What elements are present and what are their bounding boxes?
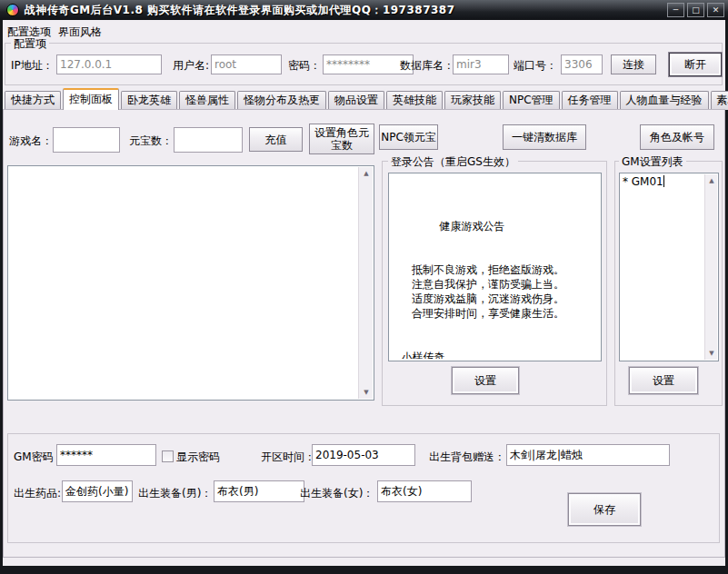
gm-list-set-button[interactable]: 设置: [629, 367, 698, 394]
scroll-down-icon[interactable]: ▼: [705, 347, 718, 360]
npc-yuanbao-button[interactable]: NPC领元宝: [379, 124, 438, 150]
announcement-textarea[interactable]: 健康游戏公告 抵制不良游戏，拒绝盗版游戏。 注意自我保护，谨防受骗上当。 适度游…: [388, 173, 602, 361]
username-input[interactable]: [211, 54, 282, 74]
log-scrollbar[interactable]: ▲ ▼: [358, 167, 373, 399]
yuanbao-label: 元宝数：: [129, 134, 173, 149]
gm-list-text: * GM01: [623, 175, 663, 188]
save-button[interactable]: 保存: [568, 493, 641, 526]
connect-button[interactable]: 连接: [611, 54, 656, 74]
birth-equip-male-input[interactable]: [214, 480, 304, 502]
maximize-button[interactable]: □: [687, 3, 704, 17]
announcement-group-label: 登录公告（重启GS生效）: [388, 154, 518, 170]
scroll-down-icon[interactable]: ▼: [359, 386, 374, 399]
port-label: 端口号：: [514, 58, 557, 74]
open-time-input[interactable]: [312, 444, 415, 466]
text-caret: [663, 175, 664, 187]
tab-material-update[interactable]: 素材热更: [711, 91, 728, 110]
birth-equip-female-input[interactable]: [377, 480, 472, 502]
game-name-input[interactable]: [53, 127, 120, 153]
port-input[interactable]: [561, 54, 603, 74]
scroll-up-icon[interactable]: ▲: [359, 167, 374, 180]
birth-bag-label: 出生背包赠送：: [429, 450, 505, 465]
database-input[interactable]: [453, 54, 509, 74]
tab-strip: 快捷方式 控制面板 卧龙英雄 怪兽属性 怪物分布及热更 物品设置 英雄技能 玩家…: [3, 88, 725, 110]
password-label: 密码：: [288, 58, 321, 74]
app-icon: [6, 4, 19, 16]
birth-equip-male-label: 出生装备(男)：: [138, 486, 212, 501]
tab-monster-attributes[interactable]: 怪兽属性: [179, 91, 235, 110]
birth-drug-input[interactable]: [62, 480, 133, 502]
set-role-yuanbao-button[interactable]: 设置角色元宝数: [309, 124, 374, 154]
tab-player-skills[interactable]: 玩家技能: [444, 91, 501, 110]
app-window: 战神传奇GM后台V1.8 购买软件请在软件登录界面购买或加代理QQ：197387…: [0, 0, 728, 574]
username-label: 用户名:: [173, 58, 209, 74]
log-textarea[interactable]: ▲ ▼: [7, 165, 374, 401]
gm-list-group-label: GM设置列表: [619, 154, 686, 170]
ip-label: IP地址：: [11, 58, 54, 74]
yuanbao-input[interactable]: [174, 127, 243, 153]
tab-item-settings[interactable]: 物品设置: [328, 91, 384, 110]
scroll-up-icon[interactable]: ▲: [705, 174, 718, 187]
window-title: 战神传奇GM后台V1.8 购买软件请在软件登录界面购买或加代理QQ：197387…: [25, 3, 455, 18]
tab-control-panel[interactable]: 控制面板: [63, 88, 119, 110]
database-label: 数据库名：: [400, 58, 454, 74]
open-time-label: 开区时间：: [261, 450, 315, 465]
tab-wolong-hero[interactable]: 卧龙英雄: [121, 91, 177, 110]
birth-bag-input[interactable]: [506, 444, 670, 466]
gm-list-textarea[interactable]: * GM01 ▲ ▼: [619, 173, 719, 361]
menu-ui-style[interactable]: 界面风格: [55, 25, 105, 40]
close-button[interactable]: ✕: [707, 3, 724, 17]
tab-hp-exp[interactable]: 人物血量与经验: [620, 91, 709, 110]
tab-npc-management[interactable]: NPC管理: [503, 91, 560, 110]
gm-list-scrollbar[interactable]: ▲ ▼: [704, 174, 717, 360]
disconnect-button[interactable]: 断开: [669, 53, 722, 76]
tab-hero-skills[interactable]: 英雄技能: [386, 91, 443, 110]
birth-equip-female-label: 出生装备(女)：: [300, 486, 374, 501]
show-password-checkbox[interactable]: [162, 450, 174, 462]
recharge-button[interactable]: 充值: [249, 127, 303, 152]
tab-monster-distribution[interactable]: 怪物分布及热更: [237, 91, 326, 110]
tab-task-management[interactable]: 任务管理: [562, 91, 618, 110]
title-bar: 战神传奇GM后台V1.8 购买软件请在软件登录界面购买或加代理QQ：197387…: [0, 0, 728, 20]
gm-password-input[interactable]: [56, 444, 156, 466]
birth-drug-label: 出生药品:: [14, 486, 61, 501]
announcement-set-button[interactable]: 设置: [452, 367, 519, 394]
tab-quick-access[interactable]: 快捷方式: [5, 91, 61, 110]
announcement-text: 健康游戏公告 抵制不良游戏，拒绝盗版游戏。 注意自我保护，谨防受骗上当。 适度游…: [391, 175, 599, 359]
config-group-label: 配置项: [11, 36, 49, 52]
game-name-label: 游戏名：: [9, 134, 53, 149]
show-password-label: 显示密码: [176, 450, 220, 465]
log-text: [10, 168, 372, 398]
clear-database-button[interactable]: 一键清数据库: [503, 124, 586, 150]
roles-accounts-button[interactable]: 角色及帐号: [640, 124, 714, 150]
ip-input[interactable]: [56, 54, 162, 74]
minimize-button[interactable]: ─: [667, 3, 684, 17]
